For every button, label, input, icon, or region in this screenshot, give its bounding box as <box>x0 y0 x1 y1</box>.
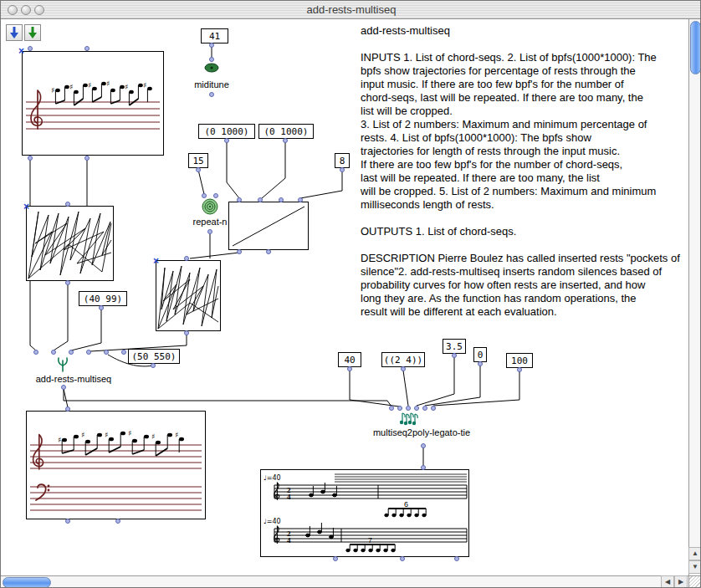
outlet-port[interactable] <box>421 443 426 448</box>
patch-cord[interactable] <box>227 141 239 198</box>
chord-seq-box-2[interactable]: ♯♯♯ ♯♯♯ <box>26 411 206 519</box>
inlet-port[interactable] <box>184 256 189 261</box>
bpf-line-box[interactable] <box>228 202 309 250</box>
inlet-port[interactable] <box>86 350 91 355</box>
inlet-port[interactable] <box>28 46 33 51</box>
import-midi-button[interactable] <box>6 24 23 41</box>
horizontal-scroll-thumb[interactable] <box>3 577 51 588</box>
outlet-port[interactable] <box>517 367 522 372</box>
inlet-port[interactable] <box>431 406 436 411</box>
outlet-port[interactable] <box>283 138 288 143</box>
patch-cord[interactable] <box>64 389 391 406</box>
outlet-port[interactable] <box>65 280 70 285</box>
value-box-range-a[interactable]: (0 1000) <box>198 124 255 139</box>
outlet-port[interactable] <box>84 156 90 161</box>
bpf-lib-box-1[interactable] <box>26 206 114 281</box>
scroll-right-button[interactable]: ▶ <box>674 575 688 588</box>
value-box-timesig[interactable]: ((2 4)) <box>381 352 425 367</box>
scroll-left-button[interactable]: ◀ <box>661 575 674 588</box>
outlet-port[interactable] <box>207 229 212 234</box>
inlet-port[interactable] <box>84 46 90 51</box>
scroll-down-button[interactable]: ▼ <box>688 560 701 574</box>
patch-cord[interactable] <box>300 170 342 198</box>
patch-cord[interactable] <box>262 141 285 198</box>
outlet-port[interactable] <box>209 43 214 48</box>
outlet-port[interactable] <box>196 167 201 172</box>
outlet-port[interactable] <box>224 138 229 143</box>
inlet-port[interactable] <box>397 406 402 411</box>
outlet-port[interactable] <box>237 249 242 254</box>
outlet-port[interactable] <box>28 156 33 161</box>
multiseq2poly-icon[interactable] <box>400 411 418 429</box>
inlet-port[interactable] <box>422 406 427 411</box>
value-box-50-550[interactable]: (50 550) <box>128 349 180 364</box>
inlet-port[interactable] <box>421 465 426 470</box>
inlet-port[interactable] <box>33 350 38 355</box>
value-box-range-b[interactable]: (0 1000) <box>258 124 314 139</box>
inlet-port[interactable] <box>65 202 70 207</box>
patch-cord[interactable] <box>350 371 399 406</box>
title-bar[interactable]: add-rests-multiseq <box>1 1 701 19</box>
import-patch-button[interactable] <box>24 24 41 41</box>
value-box-100[interactable]: 100 <box>506 353 533 368</box>
bpf-lib-box-2[interactable] <box>156 260 221 331</box>
outlet-port[interactable] <box>400 556 405 561</box>
inlet-port[interactable] <box>406 406 411 411</box>
vertical-scroll-thumb[interactable] <box>690 21 701 74</box>
outlet-port[interactable] <box>61 385 66 390</box>
inlet-port[interactable] <box>69 350 74 355</box>
inlet-port[interactable] <box>237 197 242 202</box>
horizontal-scrollbar[interactable]: ◀ ▶ <box>1 575 688 588</box>
inlet-port[interactable] <box>258 197 263 202</box>
chord-seq-box-1[interactable]: ♯♯♯ ♯♯♯ <box>22 51 164 156</box>
patch-cord[interactable] <box>403 371 408 406</box>
outlet-port[interactable] <box>340 167 345 172</box>
vertical-scrollbar[interactable]: ▲ ▼ <box>688 19 701 575</box>
outlet-port[interactable] <box>266 249 271 254</box>
patch-cord[interactable] <box>54 284 68 350</box>
patch-cord[interactable] <box>71 309 101 350</box>
poly-box[interactable]: 2 4 2 4 ♩=40 ♩=40 <box>260 469 469 557</box>
lock-x-badge[interactable]: × <box>153 257 159 265</box>
patch-cord[interactable] <box>425 366 480 406</box>
outlet-port[interactable] <box>65 519 70 524</box>
outlet-port[interactable] <box>333 556 338 561</box>
lock-x-badge[interactable]: × <box>18 47 24 55</box>
inlet-port[interactable] <box>51 350 56 355</box>
inlet-port[interactable] <box>298 197 303 202</box>
resize-grip[interactable] <box>688 575 701 588</box>
value-box-41[interactable]: 41 <box>201 28 228 43</box>
miditune-icon[interactable] <box>204 61 219 76</box>
inlet-port[interactable] <box>209 57 214 62</box>
patch-cord[interactable] <box>433 371 519 406</box>
value-box-8[interactable]: 8 <box>335 153 350 168</box>
inlet-port[interactable] <box>279 197 284 202</box>
outlet-port[interactable] <box>401 366 406 371</box>
value-box-40[interactable]: 40 <box>338 352 361 367</box>
outlet-port[interactable] <box>209 92 214 97</box>
inlet-port[interactable] <box>65 406 70 412</box>
value-box-15[interactable]: 15 <box>188 153 208 168</box>
value-box-0[interactable]: 0 <box>473 347 487 362</box>
outlet-port[interactable] <box>478 361 483 366</box>
scroll-up-button[interactable]: ▲ <box>688 547 701 560</box>
patch-cord[interactable] <box>64 389 68 407</box>
outlet-port[interactable] <box>151 363 156 368</box>
outlet-port[interactable] <box>99 305 104 310</box>
inlet-port[interactable] <box>389 406 394 411</box>
outlet-port[interactable] <box>454 556 459 561</box>
outlet-port[interactable] <box>184 330 189 335</box>
value-box-3-5[interactable]: 3.5 <box>443 339 466 354</box>
inlet-port[interactable] <box>121 350 126 355</box>
inlet-port[interactable] <box>202 193 207 198</box>
outlet-port[interactable] <box>452 353 457 358</box>
inlet-port[interactable] <box>104 350 109 355</box>
patch-cord[interactable] <box>190 253 239 258</box>
outlet-port[interactable] <box>115 519 120 524</box>
lock-x-badge[interactable]: × <box>23 202 29 211</box>
repeat-n-icon[interactable] <box>202 198 218 218</box>
inlet-port[interactable] <box>414 406 419 411</box>
patch-cord[interactable] <box>198 170 204 194</box>
outlet-port[interactable] <box>347 366 352 371</box>
inlet-port[interactable] <box>213 193 218 198</box>
